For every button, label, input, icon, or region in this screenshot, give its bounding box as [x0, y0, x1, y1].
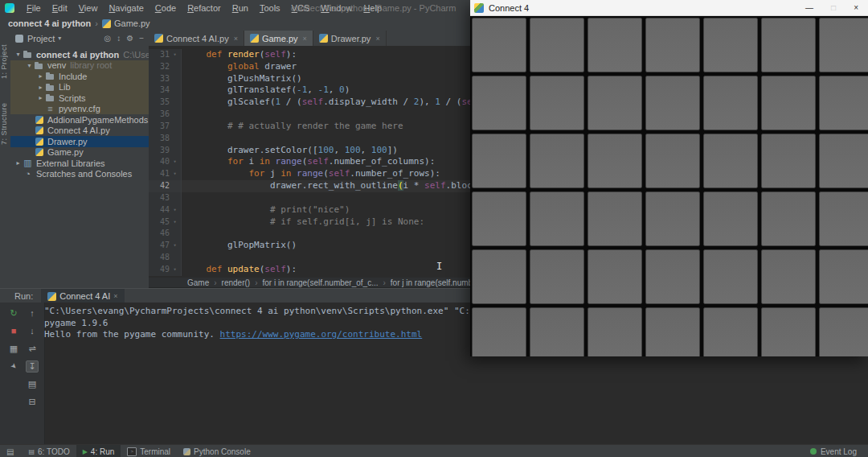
crumb-2[interactable]: for i in range(self.number_of_c...	[263, 278, 379, 287]
line-number[interactable]: 34	[149, 84, 170, 97]
line-number[interactable]: 38	[149, 133, 170, 145]
breadcrumb-project[interactable]: connect 4 ai python	[8, 19, 91, 28]
menu-edit[interactable]: Edit	[47, 0, 73, 16]
board-cell[interactable]	[761, 134, 816, 188]
fold-icon[interactable]: ▾	[170, 264, 180, 276]
console-link[interactable]: https://www.pygame.org/contribute.html	[220, 329, 423, 340]
line-number[interactable]: 39	[149, 145, 170, 157]
board-cell[interactable]	[530, 134, 584, 188]
stripe-7-structure[interactable]: 7: Structure	[0, 97, 10, 151]
menu-refactor[interactable]: Refactor	[182, 0, 227, 16]
board-cell[interactable]	[472, 18, 526, 72]
board-cell[interactable]	[703, 191, 758, 246]
up-stack-trace-icon[interactable]: ↑	[26, 307, 39, 319]
line-number[interactable]: 32	[149, 61, 170, 73]
locate-icon[interactable]: ◎	[104, 31, 111, 46]
board-cell[interactable]	[761, 18, 816, 72]
crumb-0[interactable]: Game	[187, 278, 209, 287]
board-cell[interactable]	[645, 18, 700, 72]
board-cell[interactable]	[472, 249, 526, 304]
board-cell[interactable]	[761, 76, 816, 130]
menu-view[interactable]: View	[73, 0, 104, 16]
board-cell[interactable]	[588, 134, 642, 188]
fold-icon[interactable]: ▾	[170, 168, 180, 180]
tree-item-venv[interactable]: ▾venvlibrary root	[10, 60, 149, 72]
board-cell[interactable]	[588, 307, 642, 356]
statusbar-6-todo[interactable]: ▤6: TODO	[22, 445, 76, 457]
event-log-item[interactable]: Event Log	[810, 447, 857, 456]
tree-item-scripts[interactable]: ▸Scripts	[10, 93, 149, 104]
tree-item-external-libraries[interactable]: ▸▥External Libraries	[10, 158, 149, 169]
chevron-right-icon[interactable]: ▸	[14, 159, 23, 167]
clear-all-icon[interactable]: ⊟	[26, 396, 39, 408]
maximize-button[interactable]: □	[831, 0, 836, 16]
tab-connect-4-ai-py[interactable]: Connect 4 AI.py×	[149, 31, 244, 46]
board-cell[interactable]	[645, 249, 700, 304]
line-number[interactable]: 47	[149, 240, 170, 252]
tree-item-scratches-and-consoles[interactable]: ◔Scratches and Consoles	[10, 169, 149, 180]
board-cell[interactable]	[819, 249, 868, 304]
chevron-down-icon[interactable]: ▾	[14, 51, 23, 58]
statusbar-4-run[interactable]: ▶4: Run	[76, 445, 121, 457]
line-number[interactable]: 33	[149, 73, 170, 85]
tree-item-game-py[interactable]: Game.py	[10, 147, 149, 159]
board-cell[interactable]	[703, 134, 758, 188]
board-cell[interactable]	[472, 76, 526, 130]
menu-code[interactable]: Code	[149, 0, 182, 16]
close-icon[interactable]: ×	[375, 35, 379, 43]
board-cell[interactable]	[530, 307, 584, 356]
menu-run[interactable]: Run	[227, 0, 254, 16]
board-cell[interactable]	[588, 249, 642, 304]
line-number[interactable]: 31	[149, 49, 170, 61]
chevron-right-icon[interactable]: ▸	[36, 84, 45, 91]
board-cell[interactable]	[761, 249, 816, 304]
tree-item-include[interactable]: ▸Include	[10, 71, 149, 82]
stripe-1-project[interactable]: 1: Project	[0, 34, 10, 89]
board-cell[interactable]	[588, 18, 642, 72]
fold-icon[interactable]: ▾	[170, 240, 180, 252]
minimize-button[interactable]: —	[805, 0, 813, 16]
close-button[interactable]: ×	[854, 0, 858, 16]
board-cell[interactable]	[530, 18, 584, 72]
line-number[interactable]: 46	[149, 228, 170, 240]
line-number[interactable]: 36	[149, 109, 170, 121]
tool-windows-icon[interactable]: ▤	[6, 447, 14, 456]
line-number[interactable]: 45	[149, 216, 170, 228]
line-number[interactable]: 43	[149, 192, 170, 204]
chevron-down-icon[interactable]: ▾	[25, 62, 34, 69]
board-cell[interactable]	[645, 134, 700, 188]
run-tab[interactable]: Connect 4 AI ×	[41, 289, 124, 303]
soft-wrap-icon[interactable]: ⇌	[26, 343, 39, 355]
close-icon[interactable]: ×	[303, 35, 307, 43]
board-cell[interactable]	[472, 191, 526, 246]
chevron-right-icon[interactable]: ▸	[36, 94, 45, 101]
menu-tools[interactable]: Tools	[254, 0, 286, 16]
line-number[interactable]: 35	[149, 97, 170, 109]
board-cell[interactable]	[530, 76, 584, 130]
board-cell[interactable]	[645, 307, 700, 356]
tree-item-connect-4-ai-py[interactable]: Connect 4 AI.py	[10, 126, 149, 137]
board-cell[interactable]	[761, 191, 816, 246]
board-cell[interactable]	[530, 191, 584, 246]
board-cell[interactable]	[703, 18, 758, 72]
tree-item-lib[interactable]: ▸Lib	[10, 82, 149, 93]
stop-icon[interactable]: ■	[7, 325, 20, 337]
board-cell[interactable]	[819, 76, 868, 130]
board-cell[interactable]	[819, 307, 868, 356]
line-number[interactable]: 49	[149, 264, 170, 276]
menu-file[interactable]: File	[21, 0, 47, 16]
board-cell[interactable]	[645, 191, 700, 246]
chevron-right-icon[interactable]: ▸	[36, 72, 45, 80]
board-cell[interactable]	[645, 76, 700, 130]
board-cell[interactable]	[703, 307, 758, 356]
board-cell[interactable]	[703, 76, 758, 130]
fold-icon[interactable]: ▾	[170, 216, 180, 228]
line-number[interactable]: 44	[149, 204, 170, 216]
breadcrumb-file[interactable]: Game.py	[114, 19, 150, 28]
tab-game-py[interactable]: Game.py×	[244, 31, 313, 46]
rerun-icon[interactable]: ↻	[7, 307, 20, 319]
chevron-down-icon[interactable]: ▾	[58, 35, 61, 42]
project-panel-title[interactable]: Project	[27, 34, 55, 43]
tree-item-addionalpygamemethods-py[interactable]: AddionalPygameMethods.py	[10, 114, 149, 126]
board-cell[interactable]	[588, 191, 642, 246]
